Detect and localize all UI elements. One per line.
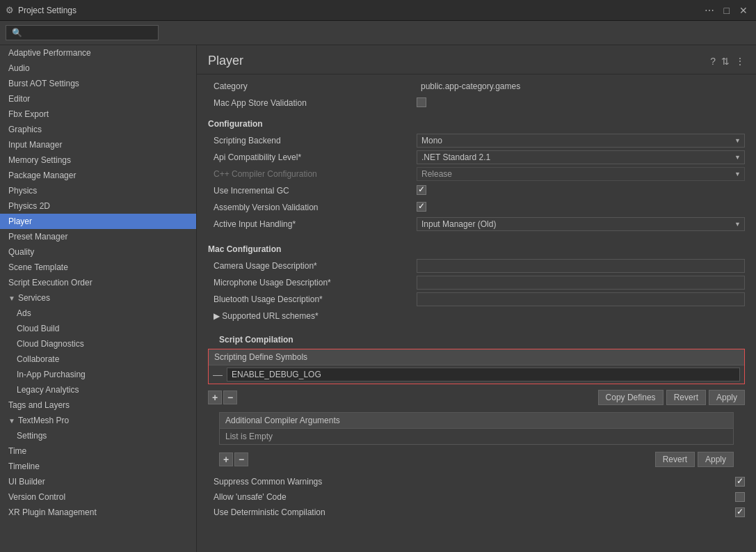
suppress-warnings-row: Suppress Common Warnings <box>197 474 756 489</box>
category-label: Category <box>208 81 417 91</box>
revert-compiler-btn[interactable]: Revert <box>655 452 695 467</box>
sidebar-label-services: Services <box>18 293 50 303</box>
sidebar-item-audio[interactable]: Audio <box>0 61 196 76</box>
more-icon[interactable]: ⋮ <box>735 56 745 67</box>
sidebar-item-script-execution-order[interactable]: Script Execution Order <box>0 275 196 290</box>
sidebar-item-input-manager[interactable]: Input Manager <box>0 137 196 152</box>
unsafe-code-checkbox[interactable] <box>735 492 745 502</box>
content-header: Player ? ⇅ ⋮ <box>197 45 756 74</box>
camera-usage-input[interactable] <box>417 259 745 273</box>
sidebar-item-preset-manager[interactable]: Preset Manager <box>0 229 196 244</box>
cpp-compiler-row: C++ Compiler Configuration Release <box>208 166 745 182</box>
api-compatibility-label: Api Compatibility Level* <box>208 152 417 162</box>
sidebar-item-physics-2d[interactable]: Physics 2D <box>0 198 196 214</box>
sidebar-label-memory-settings: Memory Settings <box>8 155 71 165</box>
apply-compiler-btn[interactable]: Apply <box>698 452 734 467</box>
sidebar-item-ads[interactable]: Ads <box>0 306 196 321</box>
layout-icon[interactable]: ⇅ <box>721 56 730 67</box>
suppress-warnings-checkbox[interactable] <box>735 477 745 487</box>
sidebar-item-adaptive-performance[interactable]: Adaptive Performance <box>0 45 196 61</box>
add-compiler-arg-btn[interactable]: + <box>219 452 233 466</box>
active-input-dropdown[interactable]: Input Manager (Old) Input System Package… <box>417 217 745 231</box>
search-input[interactable] <box>6 25 159 40</box>
compiler-args-box: Additional Compiler Arguments List is Em… <box>219 412 734 445</box>
incremental-gc-checkbox[interactable] <box>417 185 426 195</box>
sidebar-item-cloud-diagnostics[interactable]: Cloud Diagnostics <box>0 336 196 352</box>
sidebar-item-burst-aot[interactable]: Burst AOT Settings <box>0 76 196 91</box>
sidebar-item-in-app-purchasing[interactable]: In-App Purchasing <box>0 367 196 382</box>
sidebar-item-legacy-analytics[interactable]: Legacy Analytics <box>0 382 196 397</box>
sidebar-item-cloud-build[interactable]: Cloud Build <box>0 321 196 336</box>
sidebar-label-audio: Audio <box>8 63 30 73</box>
sidebar-item-player[interactable]: Player <box>0 214 196 229</box>
sidebar-label-ads: Ads <box>17 308 31 318</box>
sidebar-item-tags-and-layers[interactable]: Tags and Layers <box>0 397 196 413</box>
sidebar-label-player: Player <box>8 216 32 226</box>
sidebar-item-ui-builder[interactable]: UI Builder <box>0 474 196 489</box>
remove-define-btn2[interactable]: − <box>223 391 237 404</box>
scripting-define-symbols-label: Scripting Define Symbols <box>209 349 744 365</box>
sidebar-item-fbx-export[interactable]: Fbx Export <box>0 107 196 122</box>
unsafe-code-label: Allow 'unsafe' Code <box>208 492 735 502</box>
bluetooth-usage-row: Bluetooth Usage Description* <box>208 292 745 307</box>
apply-defines-btn[interactable]: Apply <box>709 390 745 405</box>
sidebar-item-editor[interactable]: Editor <box>0 91 196 107</box>
header-icons: ? ⇅ ⋮ <box>710 56 745 67</box>
scripting-backend-dropdown[interactable]: Mono IL2CPP <box>417 134 745 148</box>
revert-defines-btn[interactable]: Revert <box>666 390 706 405</box>
sidebar-label-time: Time <box>8 446 26 456</box>
sidebar-label-physics: Physics <box>8 186 37 196</box>
more-options-btn[interactable]: ⋯ <box>702 5 717 16</box>
bluetooth-usage-input[interactable] <box>417 292 745 306</box>
sidebar-item-settings[interactable]: Settings <box>0 428 196 443</box>
mac-app-store-checkbox[interactable] <box>417 97 426 107</box>
sidebar-item-xr-plugin-management[interactable]: XR Plugin Management <box>0 505 196 520</box>
sidebar-item-timeline[interactable]: Timeline <box>0 459 196 474</box>
mac-config-header: Mac Configuration <box>208 244 745 254</box>
api-compatibility-dropdown[interactable]: .NET Standard 2.1 .NET 4.x <box>417 150 745 164</box>
assembly-version-checkbox[interactable] <box>417 202 426 212</box>
maximize-btn[interactable]: □ <box>721 5 732 16</box>
sidebar-item-quality[interactable]: Quality <box>0 244 196 260</box>
search-bar <box>0 21 756 45</box>
deterministic-row: Use Deterministic Compilation <box>197 505 756 520</box>
define-input[interactable] <box>227 368 740 381</box>
sidebar-item-graphics[interactable]: Graphics <box>0 122 196 137</box>
script-compilation-section: Script Compilation Scripting Define Symb… <box>208 335 745 470</box>
supported-url-label[interactable]: ▶ Supported URL schemes* <box>208 311 417 321</box>
sidebar-item-package-manager[interactable]: Package Manager <box>0 168 196 183</box>
sidebar-label-in-app-purchasing: In-App Purchasing <box>17 370 86 379</box>
sidebar-label-graphics: Graphics <box>8 125 42 134</box>
remove-define-btn[interactable]: — <box>213 369 223 380</box>
remove-compiler-arg-btn[interactable]: − <box>234 452 248 466</box>
mac-configuration-section: Mac Configuration Camera Usage Descripti… <box>197 239 756 331</box>
sidebar-item-version-control[interactable]: Version Control <box>0 489 196 505</box>
deterministic-checkbox[interactable] <box>735 507 745 517</box>
category-row: Category public.app-category.games <box>208 79 745 94</box>
microphone-usage-input[interactable] <box>417 276 745 290</box>
scripting-backend-row: Scripting Backend Mono IL2CPP <box>208 133 745 148</box>
help-icon[interactable]: ? <box>710 56 716 67</box>
copy-defines-btn[interactable]: Copy Defines <box>598 390 663 405</box>
api-compatibility-row: Api Compatibility Level* .NET Standard 2… <box>208 150 745 165</box>
sidebar-label-cloud-build: Cloud Build <box>17 324 59 333</box>
close-btn[interactable]: ✕ <box>737 5 750 16</box>
script-compilation-header: Script Compilation <box>219 335 734 345</box>
suppress-warnings-label: Suppress Common Warnings <box>208 477 735 487</box>
sidebar-item-scene-template[interactable]: Scene Template <box>0 260 196 275</box>
sidebar-label-burst-aot: Burst AOT Settings <box>8 79 79 88</box>
sidebar-item-physics[interactable]: Physics <box>0 183 196 198</box>
sidebar-label-script-execution-order: Script Execution Order <box>8 278 93 287</box>
sidebar-item-memory-settings[interactable]: Memory Settings <box>0 152 196 168</box>
symbols-actions: + − Copy Defines Revert Apply <box>208 387 745 408</box>
assembly-version-row: Assembly Version Validation <box>208 200 745 215</box>
add-define-btn[interactable]: + <box>208 391 222 404</box>
sidebar-item-time[interactable]: Time <box>0 443 196 459</box>
incremental-gc-label: Use Incremental GC <box>208 186 417 196</box>
sidebar-item-collaborate[interactable]: Collaborate <box>0 352 196 367</box>
sidebar-item-textmesh-pro[interactable]: ▼TextMesh Pro <box>0 413 196 428</box>
sidebar-label-settings: Settings <box>17 431 47 441</box>
define-entry: — <box>209 365 744 384</box>
sidebar-item-services[interactable]: ▼Services <box>0 290 196 306</box>
sidebar-label-legacy-analytics: Legacy Analytics <box>17 385 79 395</box>
